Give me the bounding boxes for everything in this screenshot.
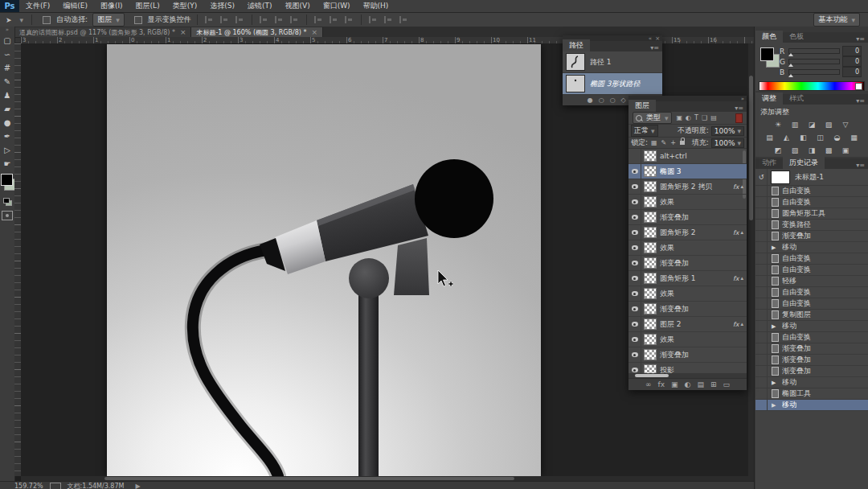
menu-item[interactable]: 类型(Y) bbox=[166, 1, 204, 11]
distribute-bottom-icon[interactable] bbox=[345, 16, 354, 23]
layer-name[interactable]: 效果 bbox=[660, 289, 674, 299]
fx-collapse-icon[interactable]: ▴ bbox=[740, 183, 747, 190]
adjustment-icon[interactable]: ▩ bbox=[823, 146, 835, 155]
pen-tool[interactable]: ✒ bbox=[1, 129, 14, 143]
history-step-label[interactable]: 渐变叠加 bbox=[782, 231, 811, 241]
history-source-cell[interactable] bbox=[755, 220, 768, 230]
layer-thumbnail[interactable]: T bbox=[644, 318, 657, 330]
foreground-color-swatch[interactable] bbox=[760, 47, 774, 61]
align-left-icon[interactable] bbox=[205, 16, 214, 23]
history-step[interactable]: ▶ 移动 bbox=[755, 377, 868, 388]
history-step[interactable]: ▶ 渐变叠加 bbox=[755, 355, 868, 366]
layer-row[interactable]: ▼ T 椭圆 3 fx ▴ bbox=[628, 164, 747, 179]
adjustment-icon[interactable]: ◫ bbox=[814, 133, 826, 142]
history-step[interactable]: ▶ 自由变换 bbox=[755, 332, 868, 343]
path-name[interactable]: 椭圆 3形状路径 bbox=[590, 79, 641, 89]
layer-row[interactable]: ▼ T 效果 fx ▴ bbox=[628, 195, 747, 210]
layer-thumbnail[interactable]: T bbox=[644, 288, 657, 299]
layer-row[interactable]: ▼ T 渐变叠加 fx ▴ bbox=[628, 347, 747, 363]
history-step-label[interactable]: 自由变换 bbox=[782, 186, 811, 196]
filter-kind-icon[interactable]: ▣ bbox=[676, 114, 684, 121]
lasso-tool[interactable]: ∽ bbox=[1, 47, 14, 61]
history-snapshot-row[interactable]: ↺ 未标题-1 bbox=[755, 169, 868, 186]
vertical-scrollbar[interactable] bbox=[748, 43, 754, 476]
document-size[interactable]: 文档:1.54M/3.87M bbox=[68, 482, 125, 489]
tab-paths[interactable]: 路径 bbox=[563, 39, 590, 51]
layer-thumbnail[interactable]: T bbox=[644, 257, 657, 269]
blend-mode-dropdown[interactable]: 正常 ▾ bbox=[631, 125, 658, 137]
adjustment-icon[interactable]: ◨ bbox=[806, 146, 818, 155]
layer-row[interactable]: ▼ T 圆角矩形 2 fx ▴ bbox=[628, 225, 747, 240]
align-center-icon[interactable] bbox=[220, 16, 229, 23]
document-canvas[interactable] bbox=[107, 44, 541, 476]
panel-menu-icon[interactable]: ▾≡ bbox=[856, 35, 868, 43]
lock-all-icon[interactable] bbox=[680, 141, 685, 145]
layer-name[interactable]: 圆角矩形 2 拷贝 bbox=[660, 182, 712, 192]
layer-row[interactable]: ▼ T 效果 fx ▴ bbox=[628, 240, 747, 256]
adjustment-icon[interactable]: ▦ bbox=[848, 133, 860, 142]
paths-footer-icon[interactable]: ◇ bbox=[621, 97, 626, 104]
layer-row[interactable]: ▼ T 投影 fx ▴ bbox=[628, 363, 747, 373]
snapshot-thumbnail[interactable] bbox=[771, 171, 790, 184]
adjustment-icon[interactable]: ◪ bbox=[806, 120, 818, 129]
white-swatch[interactable] bbox=[855, 83, 862, 90]
history-step-label[interactable]: 自由变换 bbox=[782, 287, 811, 298]
layer-row[interactable]: ▼ T 效果 fx ▴ bbox=[628, 286, 747, 302]
history-source-cell[interactable] bbox=[755, 321, 768, 331]
history-step[interactable]: ▶ 自由变换 bbox=[755, 197, 868, 208]
history-step[interactable]: ▶ 复制图层 bbox=[755, 310, 868, 321]
distribute-center-icon[interactable] bbox=[384, 16, 393, 23]
quick-mask-button[interactable] bbox=[2, 211, 13, 220]
slider-value[interactable]: 0 bbox=[842, 56, 862, 67]
paths-footer-icon[interactable]: ○ bbox=[610, 97, 616, 104]
workspace-switcher[interactable]: 基本功能 ▾ bbox=[813, 13, 860, 27]
history-source-cell[interactable] bbox=[755, 400, 768, 410]
history-source-cell[interactable] bbox=[755, 287, 768, 298]
visibility-toggle[interactable] bbox=[628, 179, 641, 194]
visibility-toggle[interactable] bbox=[628, 225, 641, 240]
layer-thumbnail[interactable]: T bbox=[644, 212, 657, 223]
history-step-label[interactable]: 移动 bbox=[782, 242, 796, 253]
slider-track[interactable] bbox=[788, 69, 840, 75]
layer-name[interactable]: 投影 bbox=[660, 365, 674, 374]
slider-handle[interactable] bbox=[788, 74, 793, 77]
panel-menu-icon[interactable]: ▾≡ bbox=[735, 105, 747, 112]
hand-tool[interactable]: ☛ bbox=[1, 157, 14, 171]
tab-styles[interactable]: 样式 bbox=[783, 92, 810, 105]
align-bottom-icon[interactable] bbox=[290, 16, 299, 23]
document-tab-active[interactable]: 未标题-1 @ 160% (椭圆 3, RGB/8) * × bbox=[191, 27, 323, 37]
history-source-cell[interactable] bbox=[755, 208, 768, 219]
slider-value[interactable]: 0 bbox=[842, 67, 862, 77]
align-top-icon[interactable] bbox=[260, 16, 268, 23]
history-source-cell[interactable] bbox=[755, 265, 768, 275]
history-brush-source[interactable]: ↺ bbox=[755, 169, 768, 185]
history-step-label[interactable]: 渐变叠加 bbox=[782, 343, 811, 354]
layer-thumbnail[interactable]: T bbox=[644, 303, 657, 314]
opacity-input[interactable]: 100% ▾ bbox=[711, 126, 744, 136]
slider-track[interactable] bbox=[788, 48, 840, 54]
layer-thumbnail[interactable]: T bbox=[644, 334, 657, 345]
history-step[interactable]: ▶ 移动 bbox=[755, 242, 868, 253]
layer-name[interactable]: alt+ctrl bbox=[660, 152, 687, 160]
history-source-cell[interactable] bbox=[755, 310, 768, 320]
paths-footer-icon[interactable]: ○ bbox=[599, 97, 604, 104]
layer-name[interactable]: 圆角矩形 2 bbox=[660, 228, 696, 238]
history-step-label[interactable]: 自由变换 bbox=[782, 298, 811, 309]
layer-name[interactable]: 效果 bbox=[660, 335, 674, 345]
visibility-toggle[interactable] bbox=[628, 210, 641, 224]
filter-kind-icon[interactable]: ▤ bbox=[710, 114, 718, 121]
close-icon[interactable]: × bbox=[180, 28, 186, 36]
tool-preset-dropdown-icon[interactable]: ▾ bbox=[18, 16, 27, 24]
panel-menu-icon[interactable]: ▾≡ bbox=[856, 162, 868, 169]
history-source-cell[interactable] bbox=[755, 242, 768, 253]
fx-badge[interactable]: fx bbox=[733, 321, 741, 328]
filter-kind-icon[interactable]: T bbox=[694, 114, 699, 121]
visibility-toggle[interactable] bbox=[628, 149, 641, 163]
menu-item[interactable]: 图层(L) bbox=[129, 1, 166, 11]
history-step-label[interactable]: 自由变换 bbox=[782, 197, 811, 208]
visibility-toggle[interactable] bbox=[628, 317, 641, 331]
history-source-cell[interactable] bbox=[755, 366, 768, 376]
visibility-toggle[interactable] bbox=[628, 256, 641, 270]
lock-transparency-icon[interactable]: ▦ bbox=[650, 139, 658, 146]
auto-select-target-dropdown[interactable]: 图层 ▾ bbox=[92, 13, 125, 27]
